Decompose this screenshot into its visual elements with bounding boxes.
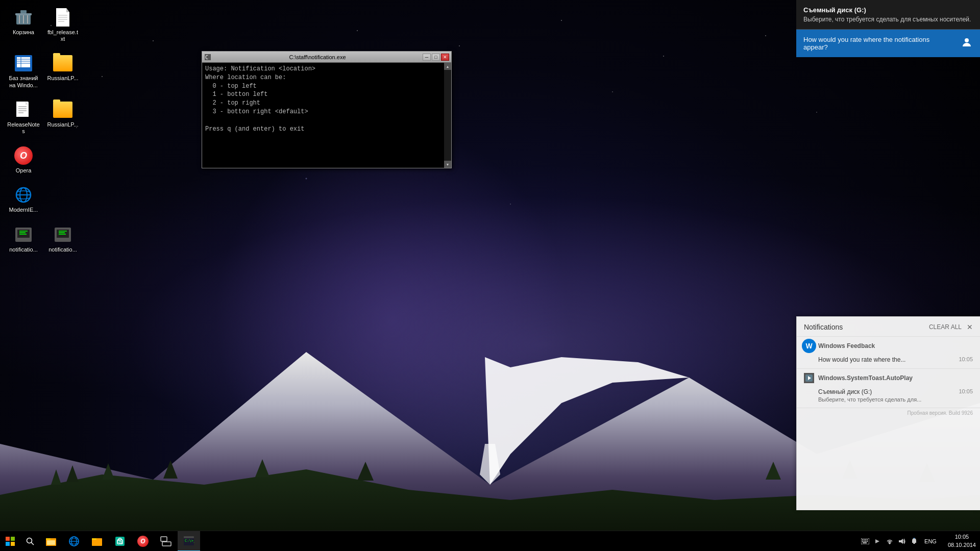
modernie-label: ModernIE... — [9, 207, 38, 213]
toast-dark-body: Выберите, что требуется сделать для съем… — [803, 16, 973, 23]
taskbar-item-ie[interactable] — [63, 531, 85, 552]
autoplay-app-name: Windows.SystemToast.AutoPlay — [818, 374, 913, 382]
taskbar: 🛍 O C:\>_ — [0, 531, 980, 551]
release-notes-label: ReleaseNotes — [7, 121, 40, 135]
russian1-icon — [53, 53, 73, 73]
toast-blue[interactable]: How would you rate where the notificatio… — [796, 30, 980, 57]
svg-text:C:\>_: C:\>_ — [185, 539, 194, 543]
feedback-icon: W — [802, 339, 816, 353]
svg-rect-14 — [15, 13, 32, 15]
cmd-minimize-btn[interactable]: ─ — [423, 54, 431, 61]
svg-rect-79 — [862, 539, 863, 540]
fbl-icon — [53, 7, 73, 28]
taskbar-item-explorer[interactable] — [40, 531, 62, 552]
svg-rect-15 — [20, 10, 27, 13]
notif-item-feedback-time: 10:05 — [959, 356, 973, 362]
desktop-icon-notif1[interactable]: notificatio... — [5, 222, 42, 255]
recycle-bin-icon — [13, 7, 34, 28]
cmd-body[interactable]: Usage: Notification <location> Where loc… — [202, 63, 451, 168]
taskbar-item-taskview[interactable] — [155, 531, 177, 552]
systray-sound-icon[interactable] — [897, 536, 907, 546]
notif2-label: notificatio... — [48, 246, 77, 253]
cmd-scrollbar[interactable]: ▲ ▼ — [444, 63, 451, 168]
opera-icon: O — [13, 145, 34, 166]
desktop-icon-release-notes[interactable]: ReleaseNotes — [5, 97, 42, 137]
svg-line-61 — [31, 542, 34, 545]
notifications-panel: Notifications CLEAR ALL ✕ W Windows Feed… — [796, 316, 980, 510]
taskbar-clock[interactable]: 10:05 08.10.2014 — [944, 533, 980, 549]
desktop-icon-russian2[interactable]: RussianLP... — [44, 97, 81, 137]
desktop-icon-baza[interactable]: Баз знаний на Windo... — [5, 51, 42, 90]
feedback-app-name: Windows Feedback — [818, 342, 875, 349]
notif1-icon — [13, 224, 34, 245]
clock-time: 10:05 — [948, 533, 976, 541]
feedback-app-icon: W — [804, 341, 814, 351]
notif-item-autoplay-time: 10:05 — [959, 388, 973, 394]
svg-rect-59 — [11, 542, 15, 546]
toast-blue-person-icon — [961, 36, 973, 51]
svg-rect-86 — [867, 541, 868, 542]
taskbar-item-folder[interactable] — [86, 531, 108, 552]
desktop: Корзина fbl_release.txt — [0, 0, 980, 531]
svg-rect-63 — [46, 538, 51, 540]
desktop-icon-notif2[interactable]: notificatio... — [44, 222, 81, 255]
svg-rect-82 — [867, 539, 868, 540]
desktop-icon-fbl[interactable]: fbl_release.txt — [44, 5, 81, 44]
notif-item-autoplay-title: Съемный диск (G:) — [818, 388, 973, 395]
modernie-icon — [13, 185, 34, 205]
svg-rect-84 — [864, 541, 865, 542]
notif-item-feedback-0[interactable]: 10:05 How would you rate where the... — [797, 353, 980, 368]
notif-group-feedback: W Windows Feedback 10:05 How would you r… — [797, 337, 980, 369]
taskbar-item-cmd[interactable]: C:\>_ — [178, 531, 200, 552]
notif1-label: notificatio... — [9, 246, 38, 253]
toast-container: Съемный диск (G:) Выберите, что требуетс… — [796, 0, 980, 57]
toast-blue-text: How would you rate where the notificatio… — [803, 36, 955, 51]
fbl-label: fbl_release.txt — [46, 29, 79, 42]
svg-rect-83 — [862, 541, 863, 542]
notif-header-actions: CLEAR ALL ✕ — [929, 323, 973, 331]
notifications-title: Notifications — [804, 323, 843, 331]
notif-item-feedback-title: How would you rate where the... — [818, 356, 973, 363]
svg-rect-90 — [913, 543, 915, 544]
notif-item-autoplay-body: Выберите, что требуется сделать для... — [818, 396, 973, 403]
notifications-close-button[interactable]: ✕ — [967, 323, 973, 331]
autoplay-app-icon — [804, 373, 814, 383]
russian2-icon — [53, 99, 73, 120]
cmd-close-btn[interactable]: ✕ — [441, 54, 449, 61]
notif-item-autoplay-0[interactable]: 10:05 Съемный диск (G:) Выберите, что тр… — [797, 385, 980, 408]
systray-hide-arrow[interactable] — [872, 536, 883, 546]
desktop-icon-opera[interactable]: O Opera — [5, 143, 42, 176]
desktop-icon-modernie[interactable]: ModernIE... — [5, 183, 42, 215]
cmd-titlebar: C C:\staff\notification.exe ─ □ ✕ — [202, 52, 451, 63]
notif-feedback-header: W Windows Feedback — [797, 337, 980, 353]
svg-point-53 — [965, 38, 969, 42]
clear-all-button[interactable]: CLEAR ALL — [929, 323, 962, 331]
toast-dark[interactable]: Съемный диск (G:) Выберите, что требуетс… — [796, 0, 980, 30]
svg-rect-73 — [161, 537, 167, 541]
cmd-title: C:\staff\notification.exe — [212, 54, 423, 60]
svg-rect-57 — [11, 537, 15, 541]
desktop-icon-recycle-bin[interactable]: Корзина — [5, 5, 42, 44]
systray-network-icon[interactable] — [885, 536, 895, 546]
taskbar-item-store[interactable]: 🛍 — [109, 531, 131, 552]
systray-language[interactable]: ENG — [921, 538, 940, 544]
desktop-icon-russian1[interactable]: RussianLP... — [44, 51, 81, 90]
desktop-icons-container: Корзина fbl_release.txt — [5, 5, 81, 255]
svg-rect-80 — [864, 539, 865, 540]
russian1-label: RussianLP... — [47, 75, 79, 82]
svg-marker-20 — [66, 8, 69, 12]
notif2-icon — [53, 224, 73, 245]
systray-notification-icon[interactable] — [909, 536, 919, 546]
svg-text:C: C — [205, 55, 208, 60]
start-button[interactable] — [0, 531, 20, 552]
scrollbar-up[interactable]: ▲ — [444, 63, 451, 70]
svg-marker-89 — [899, 539, 903, 544]
svg-rect-74 — [162, 542, 171, 546]
svg-rect-69 — [92, 538, 96, 540]
cmd-maximize-btn[interactable]: □ — [432, 54, 440, 61]
taskbar-item-opera[interactable]: O — [132, 531, 154, 552]
scrollbar-down[interactable]: ▼ — [444, 161, 451, 168]
cmd-window: C C:\staff\notification.exe ─ □ ✕ Usage:… — [202, 51, 452, 168]
search-button[interactable] — [20, 532, 40, 551]
baza-icon — [13, 53, 34, 73]
